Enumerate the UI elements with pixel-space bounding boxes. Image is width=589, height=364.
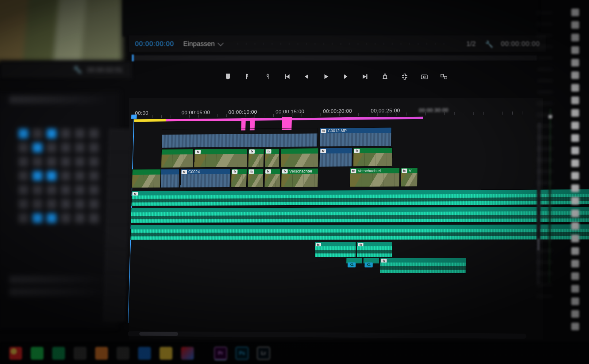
- panel-checkbox[interactable]: [571, 197, 579, 205]
- panel-checkbox[interactable]: [571, 97, 579, 104]
- play-button[interactable]: [322, 73, 330, 81]
- fit-dropdown[interactable]: Einpassen: [183, 40, 222, 48]
- video-clip[interactable]: [162, 128, 318, 148]
- mark-in-button[interactable]: [244, 73, 252, 81]
- ruler-tick: 00:00:10:00: [228, 109, 275, 116]
- video-clip[interactable]: [132, 169, 161, 188]
- panel-checkbox[interactable]: [571, 235, 579, 242]
- step-back-button[interactable]: [302, 73, 310, 81]
- video-clip[interactable]: fxC0012.MP: [320, 127, 392, 147]
- taskbar-app-chrome[interactable]: [9, 347, 22, 360]
- taskbar-app-vlc[interactable]: [95, 347, 108, 360]
- video-clip[interactable]: fx: [231, 169, 247, 188]
- lift-button[interactable]: [381, 73, 389, 81]
- taskbar-app-creative-cloud[interactable]: [181, 347, 194, 360]
- wrench-icon[interactable]: 🔧: [73, 66, 82, 74]
- program-playhead-icon[interactable]: [132, 55, 134, 61]
- video-clip[interactable]: fxVerschachtel: [281, 168, 318, 187]
- fx-badge-icon: fx: [249, 149, 255, 154]
- ruler-tick: 00:00:05:00: [181, 109, 228, 116]
- taskbar-app-whatsapp[interactable]: [31, 347, 44, 360]
- video-clip[interactable]: [280, 148, 318, 167]
- right-panel-checkboxes[interactable]: [571, 9, 580, 330]
- timeline-zoom-scrollbar[interactable]: [128, 331, 526, 339]
- program-timecode[interactable]: 00:00:00:00: [135, 40, 174, 48]
- panel-checkbox[interactable]: [571, 310, 579, 318]
- mark-out-button[interactable]: [263, 73, 271, 81]
- audio-clip[interactable]: [130, 224, 589, 240]
- toggle-view-button[interactable]: [440, 73, 448, 81]
- video-clip[interactable]: fx: [319, 148, 352, 167]
- windows-taskbar[interactable]: Pr Ps Lr: [0, 343, 589, 364]
- taskbar-app-generic[interactable]: [117, 347, 129, 360]
- panel-checkbox[interactable]: [571, 71, 579, 79]
- taskbar-app-generic2[interactable]: [138, 347, 151, 360]
- time-ruler[interactable]: 00:00 00:00:05:00 00:00:10:00 00:00:15:0…: [134, 103, 531, 116]
- audio-clip[interactable]: K1: [346, 258, 362, 268]
- video-clip[interactable]: [160, 169, 179, 188]
- audio-clip[interactable]: fx: [380, 258, 466, 273]
- panel-checkbox[interactable]: [571, 134, 579, 142]
- timeline-panel[interactable]: 00:00 00:00:05:00 00:00:10:00 00:00:15:0…: [129, 98, 543, 339]
- source-monitor-footer: 🔧 00:00:02:01: [0, 61, 132, 78]
- panel-checkbox[interactable]: [571, 222, 579, 230]
- panel-checkbox[interactable]: [571, 109, 579, 117]
- taskbar-app-photoshop[interactable]: Ps: [236, 347, 248, 360]
- clip-label: Verschachtel: [357, 169, 381, 173]
- panel-checkbox[interactable]: [571, 59, 579, 66]
- panel-checkbox[interactable]: [571, 247, 579, 255]
- video-clip[interactable]: [161, 149, 194, 168]
- panel-checkbox[interactable]: [571, 210, 579, 217]
- taskbar-app-lightroom[interactable]: Lr: [257, 347, 270, 360]
- video-clip[interactable]: fx: [264, 169, 280, 188]
- step-fwd-button[interactable]: [342, 73, 350, 81]
- video-clip[interactable]: fxV: [401, 168, 418, 187]
- audio-clip[interactable]: K1: [363, 258, 379, 268]
- program-scrub-ruler[interactable]: [237, 43, 451, 45]
- export-frame-button[interactable]: [420, 73, 428, 81]
- panel-checkbox[interactable]: [571, 84, 579, 92]
- panel-checkbox[interactable]: [571, 9, 579, 16]
- panel-checkbox[interactable]: [571, 147, 579, 154]
- work-area-rendered[interactable]: [133, 119, 166, 122]
- video-clip[interactable]: fx: [248, 169, 264, 188]
- panel-checkbox[interactable]: [571, 323, 579, 330]
- go-to-in-button[interactable]: [283, 73, 291, 81]
- video-clip[interactable]: fx: [353, 147, 393, 167]
- extract-button[interactable]: [401, 73, 409, 81]
- audio-clip[interactable]: [131, 207, 589, 223]
- taskbar-app-steam[interactable]: [74, 347, 87, 360]
- panel-checkbox[interactable]: [571, 159, 579, 167]
- add-marker-button[interactable]: [224, 73, 232, 81]
- panel-checkbox[interactable]: [571, 34, 579, 41]
- video-clip[interactable]: fxC0024: [180, 169, 230, 188]
- panel-checkbox[interactable]: [571, 21, 579, 29]
- fx-badge-icon: fx: [282, 169, 288, 173]
- audio-clip[interactable]: fx: [357, 242, 392, 257]
- ruler-tick: 00:00:25:00: [371, 108, 419, 114]
- clip-label: V: [408, 168, 411, 173]
- resolution-dropdown[interactable]: 1/2: [466, 40, 476, 48]
- panel-checkbox[interactable]: [571, 298, 579, 305]
- audio-clip[interactable]: fx: [131, 189, 589, 206]
- taskbar-app-explorer[interactable]: [160, 347, 172, 360]
- panel-checkbox[interactable]: [571, 122, 579, 129]
- video-clip[interactable]: fx: [265, 148, 280, 167]
- go-to-out-button[interactable]: [361, 73, 369, 81]
- taskbar-app-spotify[interactable]: [52, 347, 65, 360]
- panel-checkbox[interactable]: [571, 285, 579, 293]
- video-clip[interactable]: fx: [194, 149, 247, 168]
- settings-wrench-icon[interactable]: 🔧: [485, 40, 492, 47]
- taskbar-app-premiere[interactable]: Pr: [214, 347, 227, 360]
- panel-checkbox[interactable]: [571, 172, 579, 180]
- effects-panel[interactable]: [0, 92, 120, 331]
- video-clip[interactable]: fx: [248, 148, 264, 167]
- audio-clip[interactable]: fx: [314, 242, 356, 257]
- program-mini-scrubber[interactable]: [132, 55, 537, 61]
- sequence-duration: 00:00:00:00: [501, 40, 540, 48]
- panel-checkbox[interactable]: [571, 272, 579, 280]
- panel-checkbox[interactable]: [571, 184, 579, 192]
- panel-checkbox[interactable]: [571, 46, 579, 54]
- panel-checkbox[interactable]: [571, 260, 579, 267]
- video-clip[interactable]: fxVerschachtel: [349, 168, 400, 187]
